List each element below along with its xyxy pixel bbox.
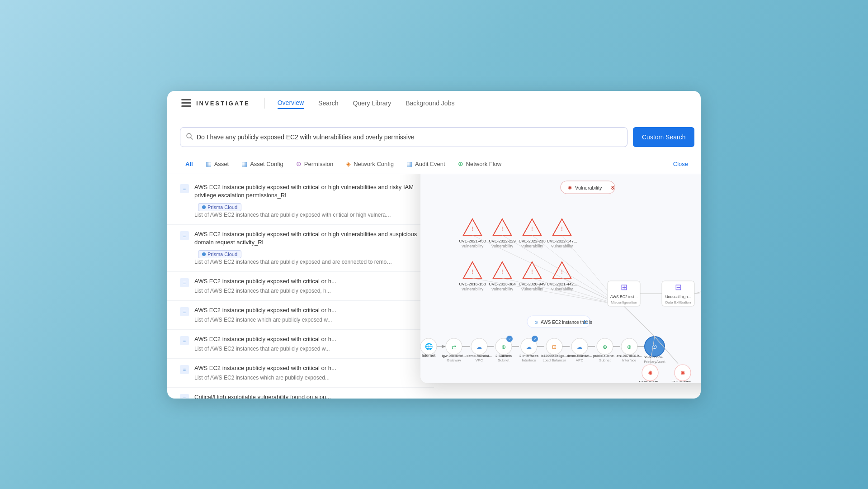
result-title: AWS EC2 instance publicly exposed with c… xyxy=(194,306,384,314)
result-content: Critical/High exploitable vulnerability … xyxy=(194,393,421,399)
svg-text:⊙: ⊙ xyxy=(534,320,538,325)
prisma-dot xyxy=(202,205,206,209)
svg-text:demo-foundat...: demo-foundat... xyxy=(467,354,492,358)
svg-text:!: ! xyxy=(472,226,473,232)
svg-text:☁: ☁ xyxy=(476,344,482,350)
list-item[interactable]: ≡ Critical/High exploitable vulnerabilit… xyxy=(167,388,434,399)
svg-text:Load Balancer: Load Balancer xyxy=(542,358,566,362)
list-item[interactable]: ≡ AWS EC2 instance publicly exposed with… xyxy=(167,359,434,388)
result-title: AWS EC2 instance publicly exposed with c… xyxy=(194,183,421,199)
list-item[interactable]: ≡ AWS EC2 instance publicly exposed with… xyxy=(167,225,434,272)
svg-text:🌐: 🌐 xyxy=(425,343,433,351)
nav-divider xyxy=(264,98,265,109)
svg-text:!: ! xyxy=(531,226,533,232)
network-flow-icon: ⊕ xyxy=(458,160,463,167)
svg-text:Data Exfiltration: Data Exfiltration xyxy=(665,300,691,304)
svg-text:!: ! xyxy=(501,226,503,232)
svg-text:Vulnerability: Vulnerability xyxy=(462,244,484,248)
list-item[interactable]: ≡ AWS EC2 instance publicly exposed with… xyxy=(167,272,434,301)
svg-text:⊕: ⊕ xyxy=(627,344,632,350)
filter-audit-event[interactable]: ▦ Audit Event xyxy=(401,157,451,170)
nav-overview[interactable]: Overview xyxy=(278,97,304,109)
list-item[interactable]: ≡ AWS EC2 instance publicly exposed with… xyxy=(167,301,434,330)
result-content: AWS EC2 instance publicly exposed with c… xyxy=(194,277,421,295)
result-title: AWS EC2 instance publicly exposed with c… xyxy=(194,277,384,285)
search-icon xyxy=(186,133,193,142)
list-item[interactable]: ≡ AWS EC2 instance publicly exposed with… xyxy=(167,330,434,359)
result-content: AWS EC2 instance publicly exposed with c… xyxy=(194,230,421,266)
filter-asset-config[interactable]: ▦ Asset Config xyxy=(236,157,289,170)
prisma-badge: Prisma Cloud xyxy=(198,203,241,211)
filter-tabs: All ▦ Asset ▦ Asset Config ⊙ Permission … xyxy=(167,154,701,174)
svg-text:!: ! xyxy=(531,269,533,275)
svg-text:⊟: ⊟ xyxy=(675,283,682,292)
top-nav: INVESTIGATE Overview Search Query Librar… xyxy=(167,91,701,116)
menu-icon xyxy=(180,97,193,109)
svg-text:CVE-2022-147...: CVE-2022-147... xyxy=(547,239,577,243)
svg-text:✺: ✺ xyxy=(648,370,653,376)
result-content: AWS EC2 instance publicly exposed with c… xyxy=(194,335,421,353)
result-description: List of AWS EC2 instances that are publi… xyxy=(194,211,393,219)
result-description: List of AWS EC2 instances that are publi… xyxy=(194,287,393,295)
custom-search-button[interactable]: Custom Search xyxy=(633,127,694,147)
close-button[interactable]: Close xyxy=(673,161,688,167)
svg-text:!: ! xyxy=(472,269,473,275)
filter-network-config[interactable]: ◈ Network Config xyxy=(340,157,399,170)
nav-query-library[interactable]: Query Library xyxy=(353,98,391,109)
svg-text:CVE-2022-229: CVE-2022-229 xyxy=(489,239,516,243)
nav-links: Overview Search Query Library Background… xyxy=(278,97,455,109)
results-list: ≡ AWS EC2 instance publicly exposed with… xyxy=(167,174,434,399)
svg-text:CVE-2020-949: CVE-2020-949 xyxy=(519,282,546,286)
svg-text:Vulnerability: Vulnerability xyxy=(575,185,602,190)
result-icon: ≡ xyxy=(180,278,189,287)
svg-text:2 Subnets: 2 Subnets xyxy=(495,354,512,358)
svg-text:!: ! xyxy=(561,226,562,232)
svg-text:b4299fa3e3gc...: b4299fa3e3gc... xyxy=(541,354,567,358)
permission-icon: ⊙ xyxy=(296,160,302,167)
svg-text:SQL injectio...: SQL injectio... xyxy=(671,380,694,382)
svg-text:2 Interfaces: 2 Interfaces xyxy=(519,354,538,358)
svg-text:⊞: ⊞ xyxy=(621,283,627,292)
result-content: AWS EC2 instance publicly exposed with c… xyxy=(194,306,421,324)
svg-text:Internet: Internet xyxy=(422,353,436,358)
result-description: List of AWS EC2 instances which are publ… xyxy=(194,374,393,382)
audit-event-icon: ▦ xyxy=(406,160,412,167)
svg-text:VPC: VPC xyxy=(576,358,584,362)
svg-text:Interface: Interface xyxy=(522,358,536,362)
result-icon: ≡ xyxy=(180,394,189,399)
filter-all[interactable]: All xyxy=(180,158,198,170)
svg-text:Subnet: Subnet xyxy=(599,358,611,362)
svg-text:Unusual high...: Unusual high... xyxy=(665,294,691,299)
network-flow-svg: ✺ Vulnerability 8 ⤢ xyxy=(420,174,701,382)
svg-text:Vulnerability: Vulnerability xyxy=(491,287,514,291)
list-item[interactable]: ≡ AWS EC2 instance publicly exposed with… xyxy=(167,178,434,225)
result-description: List of AWS EC2 instances that are publi… xyxy=(194,258,393,266)
svg-text:2: 2 xyxy=(534,337,536,341)
svg-text:public-subne...: public-subne... xyxy=(593,354,617,358)
result-title: AWS EC2 instance publicly exposed with c… xyxy=(194,335,384,343)
filter-network-flow[interactable]: ⊕ Network Flow xyxy=(453,157,507,170)
result-title: AWS EC2 instance publicly exposed with c… xyxy=(194,230,421,247)
svg-text:⊕: ⊕ xyxy=(603,344,607,350)
results-area: ≡ AWS EC2 instance publicly exposed with… xyxy=(167,174,701,399)
svg-text:✺: ✺ xyxy=(568,185,572,190)
svg-text:demo-foundat...: demo-foundat... xyxy=(567,354,592,358)
svg-text:Misconfiguration: Misconfiguration xyxy=(611,300,637,304)
svg-text:Vulnerability: Vulnerability xyxy=(491,244,514,248)
network-flow-overlay: Network Flow ⤢ ✺ Vulnerability 8 xyxy=(420,174,701,383)
nav-search[interactable]: Search xyxy=(318,98,338,109)
nav-background-jobs[interactable]: Background Jobs xyxy=(406,98,454,109)
svg-text:igw-08bd9fbf...: igw-08bd9fbf... xyxy=(442,354,466,358)
filter-asset[interactable]: ▦ Asset xyxy=(200,157,235,170)
filter-permission[interactable]: ⊙ Permission xyxy=(291,157,339,170)
result-description: List of AWS EC2 instance which are publi… xyxy=(194,316,393,324)
result-content: AWS EC2 instance publicly exposed with c… xyxy=(194,364,421,382)
result-description: List of AWS EC2 instances that are publi… xyxy=(194,345,393,353)
svg-text:Vulnerability: Vulnerability xyxy=(462,287,484,291)
svg-text:CVE-2023-384: CVE-2023-384 xyxy=(489,282,516,286)
svg-rect-1 xyxy=(181,102,191,104)
result-icon: ≡ xyxy=(180,231,189,240)
main-card: INVESTIGATE Overview Search Query Librar… xyxy=(167,91,701,399)
result-title: AWS EC2 instance publicly exposed with c… xyxy=(194,364,384,372)
search-input[interactable] xyxy=(197,133,622,141)
